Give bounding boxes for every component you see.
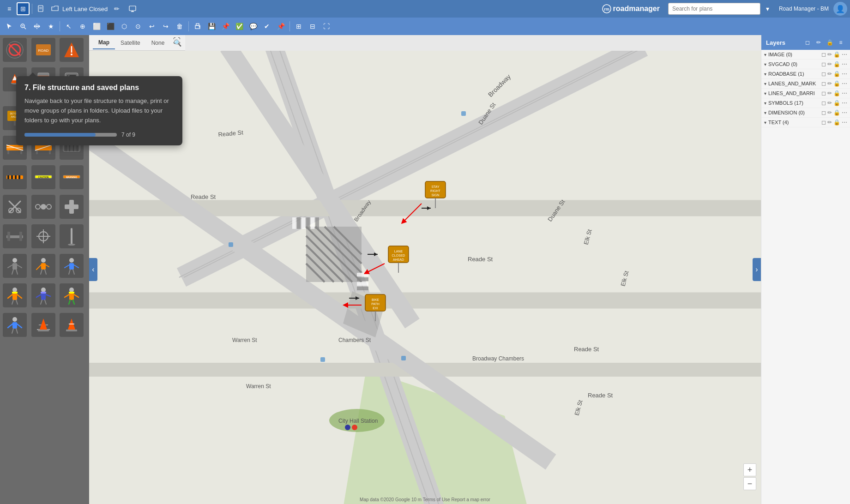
layer-more-btn[interactable]: ⋯ xyxy=(842,51,847,58)
tool-rect[interactable]: ⬜ xyxy=(90,20,103,33)
tool-pan[interactable] xyxy=(30,20,43,33)
tool-grid1[interactable]: ⊞ xyxy=(292,20,305,33)
layer-lock-btn[interactable]: 🔒 xyxy=(833,90,840,96)
equip-figure1[interactable] xyxy=(3,313,27,337)
tool-undo[interactable]: ↩ xyxy=(145,20,158,33)
tool-pin[interactable]: 📌 xyxy=(274,20,287,33)
equip-worker2[interactable] xyxy=(31,283,55,307)
symbol-cell-3[interactable] xyxy=(60,38,84,62)
equip-person2[interactable] xyxy=(31,254,55,278)
layer-visibility-btn[interactable]: ◻ xyxy=(821,80,826,87)
layer-visibility-btn[interactable]: ◻ xyxy=(821,109,826,116)
tool-shape[interactable]: ⬛ xyxy=(104,20,117,33)
layer-row-image[interactable]: ▾ IMAGE (0) ◻ ✏ 🔒 ⋯ xyxy=(761,50,850,60)
tool-check[interactable]: ✅ xyxy=(233,20,246,33)
layer-lock-btn[interactable]: 🔒 xyxy=(833,100,840,106)
monitor-btn[interactable] xyxy=(126,2,139,15)
map-expand-btn[interactable]: ⛶ xyxy=(173,37,181,45)
equip-connector[interactable] xyxy=(31,195,55,219)
layer-edit-btn[interactable]: ✏ xyxy=(827,100,832,106)
layer-ctrl-4[interactable]: ≡ xyxy=(836,38,845,47)
tool-delete[interactable]: 🗑 xyxy=(173,20,186,33)
layer-row-lanes_and_mark[interactable]: ▾ LANES_AND_MARK ◻ ✏ 🔒 ⋯ xyxy=(761,79,850,89)
map-canvas[interactable]: City Hall Station STA xyxy=(89,51,761,504)
tool-select2[interactable]: ↖ xyxy=(62,20,75,33)
tool-redo[interactable]: ↪ xyxy=(159,20,172,33)
search-plans-input[interactable] xyxy=(668,3,760,15)
layer-lock-btn[interactable]: 🔒 xyxy=(833,51,840,58)
layer-row-symbols[interactable]: ▾ SYMBOLS (17) ◻ ✏ 🔒 ⋯ xyxy=(761,98,850,108)
layer-row-svgcad[interactable]: ▾ SVGCAD (0) ◻ ✏ 🔒 ⋯ xyxy=(761,60,850,69)
tab-none[interactable]: None xyxy=(146,37,170,49)
layer-ctrl-2[interactable]: ✏ xyxy=(814,38,823,47)
layer-visibility-btn[interactable]: ◻ xyxy=(821,61,826,67)
tool-star[interactable]: ★ xyxy=(44,20,57,33)
layer-edit-btn[interactable]: ✏ xyxy=(827,61,832,67)
layer-ctrl-3[interactable]: 🔒 xyxy=(825,38,834,47)
symbol-cell-2[interactable]: ROAD xyxy=(31,38,55,62)
equip-tape3[interactable]: WARNING xyxy=(60,165,84,189)
collapse-right-btn[interactable]: › xyxy=(753,258,761,281)
layer-more-btn[interactable]: ⋯ xyxy=(842,90,847,96)
layer-visibility-btn[interactable]: ◻ xyxy=(821,90,826,96)
tool-grid2[interactable]: ⊟ xyxy=(306,20,319,33)
new-doc-btn[interactable] xyxy=(35,2,48,15)
layer-lock-btn[interactable]: 🔒 xyxy=(833,119,840,126)
search-dropdown-btn[interactable]: ▾ xyxy=(761,2,774,15)
layer-more-btn[interactable]: ⋯ xyxy=(842,109,847,116)
layer-edit-btn[interactable]: ✏ xyxy=(827,51,832,58)
layer-more-btn[interactable]: ⋯ xyxy=(842,100,847,106)
equip-joint[interactable] xyxy=(31,224,55,248)
tool-print[interactable] xyxy=(191,20,204,33)
tool-flag[interactable]: 📌 xyxy=(219,20,232,33)
tool-check2[interactable]: ✔ xyxy=(260,20,273,33)
equip-scis[interactable] xyxy=(3,195,27,219)
layer-row-dimension[interactable]: ▾ DIMENSION (0) ◻ ✏ 🔒 ⋯ xyxy=(761,108,850,118)
layer-more-btn[interactable]: ⋯ xyxy=(842,71,847,77)
equip-cone2[interactable] xyxy=(31,313,55,337)
symbol-cell-1[interactable] xyxy=(3,38,27,62)
layer-edit-btn[interactable]: ✏ xyxy=(827,71,832,77)
layer-lock-btn[interactable]: 🔒 xyxy=(833,109,840,116)
equip-cross[interactable] xyxy=(60,195,84,219)
tool-poly[interactable]: ⬡ xyxy=(118,20,131,33)
layer-lock-btn[interactable]: 🔒 xyxy=(833,71,840,77)
tab-satellite[interactable]: Satellite xyxy=(115,37,146,49)
edit-plan-name-btn[interactable]: ✏ xyxy=(110,2,123,15)
layer-edit-btn[interactable]: ✏ xyxy=(827,90,832,96)
layer-ctrl-1[interactable]: ◻ xyxy=(803,38,812,47)
layer-visibility-btn[interactable]: ◻ xyxy=(821,71,826,77)
layer-more-btn[interactable]: ⋯ xyxy=(842,80,847,87)
layer-lock-btn[interactable]: 🔒 xyxy=(833,61,840,67)
user-profile-btn[interactable]: 👤 xyxy=(833,2,847,16)
layer-row-roadbase[interactable]: ▾ ROADBASE (1) ◻ ✏ 🔒 ⋯ xyxy=(761,69,850,79)
tool-zoom[interactable] xyxy=(17,20,30,33)
equip-person1[interactable] xyxy=(3,254,27,278)
tool-select[interactable] xyxy=(3,20,16,33)
layer-edit-btn[interactable]: ✏ xyxy=(827,80,832,87)
layer-more-btn[interactable]: ⋯ xyxy=(842,61,847,67)
folder-btn[interactable] xyxy=(48,2,61,15)
layer-visibility-btn[interactable]: ◻ xyxy=(821,119,826,126)
hamburger-menu-btn[interactable]: ≡ xyxy=(3,2,16,15)
zoom-in-btn[interactable]: + xyxy=(743,463,756,476)
equip-worker1[interactable] xyxy=(3,283,27,307)
map-area[interactable]: Map Satellite None 🔍 ⛶ xyxy=(89,35,761,504)
collapse-left-btn[interactable]: ‹ xyxy=(89,258,97,281)
tool-save[interactable]: 💾 xyxy=(205,20,218,33)
tool-circle[interactable]: ⊙ xyxy=(132,20,145,33)
equip-cone3[interactable] xyxy=(60,313,84,337)
layer-lock-btn[interactable]: 🔒 xyxy=(833,80,840,87)
tool-comment[interactable]: 💬 xyxy=(247,20,259,33)
zoom-out-btn[interactable]: − xyxy=(743,477,756,490)
layer-visibility-btn[interactable]: ◻ xyxy=(821,100,826,106)
layer-edit-btn[interactable]: ✏ xyxy=(827,119,832,126)
layer-visibility-btn[interactable]: ◻ xyxy=(821,51,826,58)
equip-tape2[interactable]: CAUTION xyxy=(31,165,55,189)
tool-fullscreen[interactable]: ⛶ xyxy=(320,20,333,33)
tab-map[interactable]: Map xyxy=(93,36,115,49)
equip-gate1[interactable] xyxy=(3,224,27,248)
equip-worker3[interactable] xyxy=(60,283,84,307)
layer-row-lines_and_barri[interactable]: ▾ LINES_AND_BARRI ◻ ✏ 🔒 ⋯ xyxy=(761,89,850,98)
equip-person3[interactable] xyxy=(60,254,84,278)
